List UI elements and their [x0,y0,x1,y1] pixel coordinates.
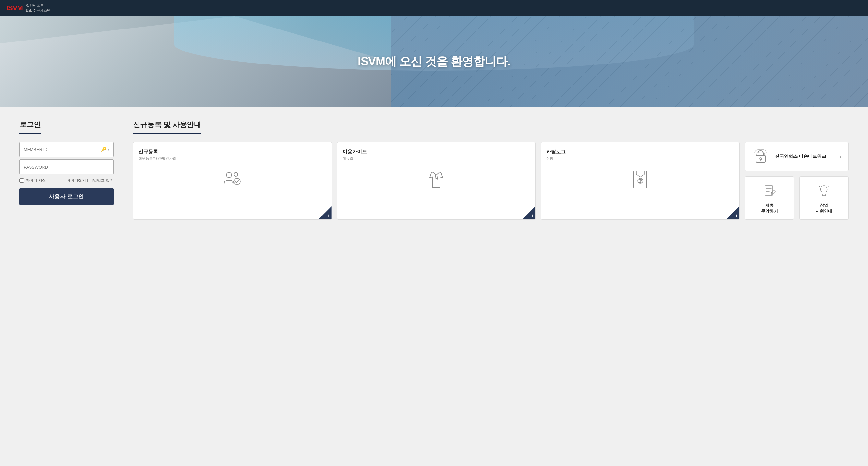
header: ISVM 일신비즈온 B2B주문시스템 [0,0,868,16]
card-register[interactable]: 신규등록 회원등록/개인/법인사업 [133,142,332,220]
card-guide-title: 이용가이드 [343,149,530,155]
card-catalog[interactable]: 카탈로그 신청 + [541,142,740,220]
right-cards-bottom: 제휴문의하기 [745,176,848,220]
register-section: 신규등록 및 사용안내 신규등록 회원등록/개인/법인사업 [133,120,848,224]
lightbulb-icon [815,182,833,200]
catalog-icon [546,166,734,192]
logo-subtitle: 일신비즈온 B2B주문시스템 [26,3,51,13]
card-guide-subtitle: 메뉴얼 [343,156,530,161]
card-guide[interactable]: 이용가이드 메뉴얼 + [337,142,536,220]
card-partnership[interactable]: 제휴문의하기 [745,176,794,220]
svg-rect-5 [756,155,765,162]
startup-label: 창업지원안내 [815,203,832,214]
logo-vm: VM [13,4,23,12]
logo: ISVM [6,4,23,12]
find-links[interactable]: 아이디찾기 | 비밀번호 찾기 [66,177,114,183]
member-id-wrapper: 🔑▼ [20,142,114,157]
hero-banner: ISVM에 오신 것을 환영합니다. [0,16,868,107]
svg-point-6 [760,158,762,160]
login-button[interactable]: 사용자 로그인 [20,188,114,205]
card-network[interactable]: 전국영업소 배송네트워크 › [745,142,848,171]
people-register-icon [138,166,326,192]
chevron-right-icon: › [840,153,842,160]
cards-right: 전국영업소 배송네트워크 › [745,142,848,220]
member-id-input[interactable] [20,142,114,157]
card-register-subtitle: 회원등록/개인/법인사업 [138,156,326,161]
cards-row: 신규등록 회원등록/개인/법인사업 [133,142,848,220]
login-options: 아이디 저장 아이디찾기 | 비밀번호 찾기 [20,177,114,183]
logo-area: ISVM 일신비즈온 B2B주문시스템 [6,3,51,13]
login-title: 로그인 [20,120,41,134]
hero-title: ISVM에 오신 것을 환영합니다. [358,54,510,70]
svg-point-0 [226,172,231,177]
svg-point-1 [234,172,238,176]
save-id-label[interactable]: 아이디 저장 [20,177,46,183]
logo-is: IS [6,4,13,12]
main-content: 로그인 🔑▼ 아이디 저장 아이디찾기 | 비밀번호 찾기 사용자 로그인 신규… [0,107,868,237]
save-id-checkbox[interactable] [20,178,24,183]
card-register-title: 신규등록 [138,149,326,155]
card-corner-2: + [522,206,535,220]
password-wrapper [20,160,114,174]
register-title: 신규등록 및 사용안내 [133,120,201,134]
login-section: 로그인 🔑▼ 아이디 저장 아이디찾기 | 비밀번호 찾기 사용자 로그인 [20,120,114,224]
card-catalog-subtitle: 신청 [546,156,734,161]
network-label: 전국영업소 배송네트워크 [775,154,835,160]
partnership-icon [760,182,778,200]
card-startup[interactable]: 창업지원안내 [799,176,848,220]
lock-network-icon [751,147,770,166]
guide-book-icon [343,166,530,192]
card-catalog-title: 카탈로그 [546,149,734,155]
card-corner-1: + [318,206,332,220]
cards-left: 신규등록 회원등록/개인/법인사업 [133,142,740,220]
key-icon: 🔑▼ [101,147,110,152]
password-input[interactable] [20,160,114,174]
card-corner-3: + [726,206,739,220]
partnership-label: 제휴문의하기 [761,203,778,214]
